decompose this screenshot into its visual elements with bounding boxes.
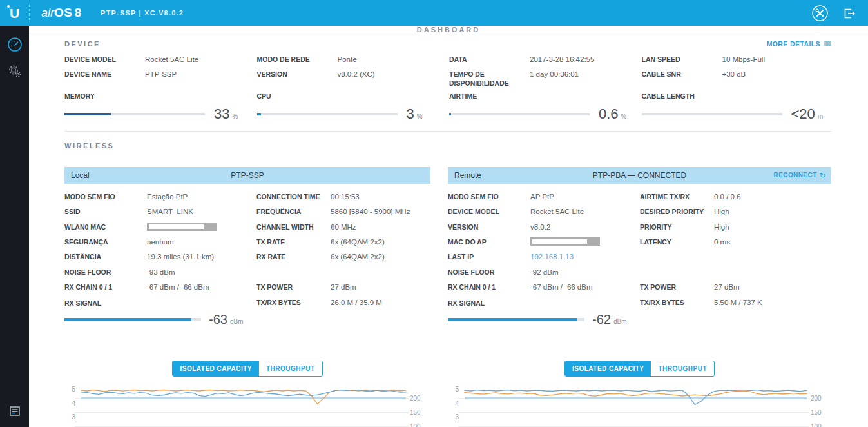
sidebar-nav bbox=[0, 26, 29, 427]
tools-icon[interactable] bbox=[811, 5, 829, 22]
local-capacity-chart: 2001501005432 bbox=[64, 385, 430, 427]
rx-signal-unit: dBm bbox=[230, 318, 244, 325]
field-row: TX/RX BYTES 5.50 M / 737 K bbox=[640, 298, 831, 313]
local-chart-tabs: ISOLATED CAPACITY THROUGHPUT bbox=[172, 361, 322, 377]
field-row: NOISE FLOOR -93 dBm bbox=[64, 268, 256, 283]
field-row: MODO SEM FIO Estação PtP bbox=[64, 192, 256, 207]
stat-unit: % bbox=[232, 113, 238, 120]
local-rx-signal: RX SIGNAL -63 dBm bbox=[64, 299, 256, 328]
tab-isolated-capacity[interactable]: ISOLATED CAPACITY bbox=[173, 361, 258, 376]
reconnect-label: RECONNECT bbox=[774, 172, 817, 179]
page-title: DASHBOARD bbox=[29, 26, 868, 34]
tab-throughput[interactable]: THROUGHPUT bbox=[651, 361, 714, 376]
field-row: NOISE FLOOR -92 dBm bbox=[448, 268, 640, 283]
local-panel-title: PTP-SSP bbox=[64, 171, 430, 180]
field-row: CONNECTION TIME 00:15:53 bbox=[256, 192, 430, 207]
logout-icon[interactable] bbox=[842, 6, 856, 21]
left-axis-tick-label: 4 bbox=[455, 400, 459, 407]
tab-isolated-capacity[interactable]: ISOLATED CAPACITY bbox=[565, 361, 651, 376]
stat-unit: m bbox=[818, 113, 823, 120]
field-label: CABLE SNR bbox=[642, 70, 722, 79]
tab-throughput[interactable]: THROUGHPUT bbox=[259, 361, 322, 376]
device-section-head: DEVICE MORE DETAILS bbox=[64, 40, 831, 48]
field-row: SSID SMART_LINK bbox=[64, 207, 256, 222]
rx-signal-value: -62 bbox=[592, 312, 611, 327]
cable-length-bar bbox=[642, 113, 782, 115]
local-panel-header: PTP-SSP Local bbox=[64, 167, 430, 184]
field-value: Ponte bbox=[338, 55, 357, 65]
more-details-link[interactable]: MORE DETAILS bbox=[767, 40, 831, 48]
field-row: DESIRED PRIORITY High bbox=[640, 207, 831, 222]
top-bar: U airOS8 PTP-SSP | XC.V8.0.2 bbox=[0, 0, 868, 26]
list-icon bbox=[824, 41, 831, 47]
field-row: PRIORITY High bbox=[640, 223, 831, 237]
field-value: Rocket 5AC Lite bbox=[145, 55, 198, 65]
stat-value: 0.6 bbox=[599, 106, 619, 123]
device-firmware-label: PTP-SSP | XC.V8.0.2 bbox=[101, 9, 184, 17]
last-ip-link[interactable]: 192.168.1.13 bbox=[530, 252, 574, 262]
ubiquiti-u-icon: U bbox=[10, 6, 19, 20]
right-axis-tick-label: 100 bbox=[410, 423, 421, 427]
remote-col-b: AIRTIME TX/RX 0.0 / 0.6 DESIRED PRIORITY… bbox=[640, 192, 831, 327]
field-value: 2017-3-28 16:42:55 bbox=[530, 55, 594, 65]
field-row: RX CHAIN 0 / 1 -67 dBm / -66 dBm bbox=[64, 283, 256, 297]
main-area: DASHBOARD DEVICE MORE DETAILS DEVIC bbox=[29, 26, 868, 427]
field-network-mode: MODO DE REDE Ponte bbox=[257, 55, 447, 65]
field-value: 10 Mbps-Full bbox=[722, 55, 765, 65]
field-row: TX/RX BYTES 26.0 M / 35.9 M bbox=[256, 298, 430, 313]
field-row: DEVICE MODEL Rocket 5AC Lite bbox=[448, 207, 640, 222]
field-row: TX POWER 27 dBm bbox=[256, 283, 430, 297]
ubiquiti-logo[interactable]: U bbox=[0, 6, 29, 20]
right-axis-tick-label: 200 bbox=[410, 395, 421, 402]
left-axis-tick-label: 4 bbox=[72, 400, 75, 407]
field-row: TX RATE 6x (64QAM 2x2) bbox=[256, 237, 430, 252]
left-axis-tick-label: 3 bbox=[72, 414, 75, 421]
remote-chart-tabs: ISOLATED CAPACITY THROUGHPUT bbox=[564, 361, 715, 377]
local-col-a: MODO SEM FIO Estação PtP SSID SMART_LINK… bbox=[64, 192, 256, 327]
field-row: RX RATE 6x (64QAM 2x2) bbox=[256, 252, 430, 267]
stat-unit: % bbox=[417, 113, 423, 120]
local-panel-name: Local bbox=[64, 171, 90, 180]
sidebar-item-dashboard[interactable] bbox=[6, 36, 23, 53]
field-label: DEVICE NAME bbox=[64, 70, 145, 79]
app-shell: DASHBOARD DEVICE MORE DETAILS DEVIC bbox=[0, 26, 868, 427]
remote-rx-signal: RX SIGNAL -62 dBm bbox=[448, 299, 640, 328]
field-value: +30 dB bbox=[722, 70, 746, 79]
field-row: DISTÂNCIA 19.3 miles (31.1 km) bbox=[64, 252, 256, 267]
brand-8: 8 bbox=[74, 5, 81, 21]
field-value: 1 day 00:36:01 bbox=[530, 70, 579, 79]
brand-os: OS bbox=[54, 5, 72, 21]
sidebar-item-settings[interactable] bbox=[6, 63, 23, 80]
rx-signal-value: -63 bbox=[209, 312, 227, 327]
stat-memory: MEMORY 33% bbox=[64, 92, 255, 123]
stat-cable-length: CABLE LENGTH <20m bbox=[642, 92, 832, 123]
stat-unit: % bbox=[621, 113, 627, 120]
field-row: SEGURANÇA nenhum bbox=[64, 237, 256, 252]
series-line-orange bbox=[81, 390, 406, 404]
field-version: VERSION v8.0.2 (XC) bbox=[257, 70, 447, 88]
stat-label: MEMORY bbox=[64, 92, 145, 101]
sidebar-item-log[interactable] bbox=[7, 404, 23, 419]
rx-signal-bar bbox=[64, 318, 201, 321]
field-row-ap-mac: MAC DO AP bbox=[448, 237, 640, 252]
remote-col-a: MODO SEM FIO AP PtP DEVICE MODEL Rocket … bbox=[448, 192, 640, 327]
local-panel: PTP-SSP Local MODO SEM FIO Estação PtP S… bbox=[64, 167, 430, 327]
spacer-row bbox=[640, 252, 831, 267]
field-row: TX POWER 27 dBm bbox=[640, 283, 831, 297]
stat-label: CABLE LENGTH bbox=[642, 92, 722, 101]
right-axis-tick-label: 200 bbox=[811, 395, 822, 402]
charts-row: ISOLATED CAPACITY THROUGHPUT 20015010054… bbox=[64, 361, 831, 427]
spacer-row bbox=[640, 268, 831, 283]
remote-panel-header: PTP-PBA — CONNECTED Remote RECONNECT ↻ bbox=[448, 167, 831, 184]
stat-label: AIRTIME bbox=[449, 92, 530, 101]
device-fields: DEVICE MODEL Rocket 5AC Lite MODO DE RED… bbox=[64, 55, 831, 88]
gears-icon bbox=[6, 63, 23, 80]
field-label: VERSION bbox=[257, 70, 338, 79]
stat-value: <20 bbox=[791, 106, 815, 123]
wireless-panels: PTP-SSP Local MODO SEM FIO Estação PtP S… bbox=[64, 167, 831, 327]
stat-value: 33 bbox=[214, 106, 229, 123]
reconnect-button[interactable]: RECONNECT ↻ bbox=[774, 167, 826, 184]
field-uptime: TEMPO DE DISPONIBILIDADE 1 day 00:36:01 bbox=[449, 70, 639, 88]
field-label: MODO DE REDE bbox=[257, 55, 338, 65]
document-log-icon bbox=[7, 404, 23, 419]
